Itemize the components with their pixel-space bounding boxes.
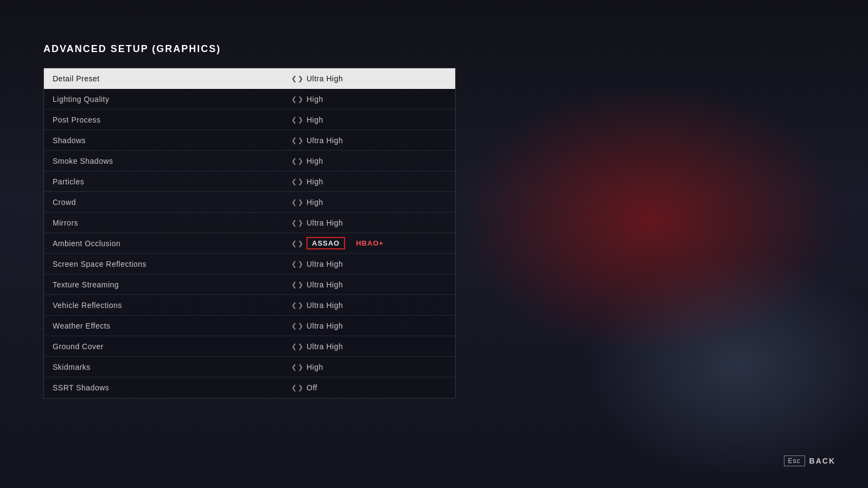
arrows-detail-preset[interactable]: ❮❯ (291, 75, 303, 82)
setting-row-texture-streaming[interactable]: Texture Streaming❮❯Ultra High (44, 274, 455, 295)
setting-row-skidmarks[interactable]: Skidmarks❮❯High (44, 357, 455, 377)
left-arrow-screen-space-reflections[interactable]: ❮ (291, 260, 297, 268)
arrows-smoke-shadows[interactable]: ❮❯ (291, 157, 303, 165)
right-arrow-crowd[interactable]: ❯ (298, 198, 303, 206)
setting-control-particles: ❮❯High (291, 177, 446, 186)
right-arrow-smoke-shadows[interactable]: ❯ (298, 157, 303, 165)
right-arrow-ground-cover[interactable]: ❯ (298, 343, 303, 350)
left-arrow-ambient-occlusion[interactable]: ❮ (291, 240, 297, 247)
arrows-skidmarks[interactable]: ❮❯ (291, 363, 303, 371)
arrows-mirrors[interactable]: ❮❯ (291, 219, 303, 227)
setting-control-ambient-occlusion: ❮❯ASSAOHBAO+ (291, 237, 446, 249)
arrows-particles[interactable]: ❮❯ (291, 178, 303, 185)
setting-row-lighting-quality[interactable]: Lighting Quality❮❯High (44, 89, 455, 110)
arrows-screen-space-reflections[interactable]: ❮❯ (291, 260, 303, 268)
setting-name-ambient-occlusion: Ambient Occlusion (53, 239, 291, 248)
left-arrow-ground-cover[interactable]: ❮ (291, 343, 297, 350)
arrows-ssrt-shadows[interactable]: ❮❯ (291, 384, 303, 391)
setting-row-ssrt-shadows[interactable]: SSRT Shadows❮❯Off (44, 377, 455, 398)
left-arrow-weather-effects[interactable]: ❮ (291, 322, 297, 330)
right-arrow-ssrt-shadows[interactable]: ❯ (298, 384, 303, 391)
setting-value-vehicle-reflections: Ultra High (307, 301, 343, 310)
setting-row-post-process[interactable]: Post Process❮❯High (44, 110, 455, 130)
left-arrow-ssrt-shadows[interactable]: ❮ (291, 384, 297, 391)
arrows-crowd[interactable]: ❮❯ (291, 198, 303, 206)
setting-control-ground-cover: ❮❯Ultra High (291, 342, 446, 351)
setting-name-ground-cover: Ground Cover (53, 342, 291, 351)
right-arrow-shadows[interactable]: ❯ (298, 137, 303, 144)
left-arrow-shadows[interactable]: ❮ (291, 137, 297, 144)
setting-name-skidmarks: Skidmarks (53, 363, 291, 371)
setting-row-vehicle-reflections[interactable]: Vehicle Reflections❮❯Ultra High (44, 295, 455, 316)
setting-value-weather-effects: Ultra High (307, 322, 343, 330)
left-arrow-particles[interactable]: ❮ (291, 178, 297, 185)
setting-value-ground-cover: Ultra High (307, 342, 343, 351)
setting-row-shadows[interactable]: Shadows❮❯Ultra High (44, 130, 455, 151)
setting-value-post-process: High (307, 115, 323, 124)
main-content: ADVANCED SETUP (GRAPHICS) Detail Preset❮… (0, 0, 868, 399)
right-arrow-particles[interactable]: ❯ (298, 178, 303, 185)
setting-control-weather-effects: ❮❯Ultra High (291, 322, 446, 330)
left-arrow-skidmarks[interactable]: ❮ (291, 363, 297, 371)
left-arrow-mirrors[interactable]: ❮ (291, 219, 297, 227)
setting-name-detail-preset: Detail Preset (53, 74, 291, 83)
right-arrow-ambient-occlusion[interactable]: ❯ (298, 240, 303, 247)
assao-badge: ASSAO (307, 237, 345, 249)
left-arrow-post-process[interactable]: ❮ (291, 116, 297, 124)
arrows-weather-effects[interactable]: ❮❯ (291, 322, 303, 330)
setting-name-weather-effects: Weather Effects (53, 322, 291, 330)
right-arrow-weather-effects[interactable]: ❯ (298, 322, 303, 330)
back-label: BACK (809, 457, 835, 465)
setting-row-crowd[interactable]: Crowd❮❯High (44, 192, 455, 213)
setting-value-mirrors: Ultra High (307, 219, 343, 227)
back-button-container[interactable]: Esc BACK (784, 455, 835, 466)
setting-value-texture-streaming: Ultra High (307, 280, 343, 289)
setting-row-detail-preset[interactable]: Detail Preset❮❯Ultra High (44, 68, 455, 89)
right-arrow-skidmarks[interactable]: ❯ (298, 363, 303, 371)
arrows-vehicle-reflections[interactable]: ❮❯ (291, 301, 303, 309)
right-arrow-post-process[interactable]: ❯ (298, 116, 303, 124)
arrows-ground-cover[interactable]: ❮❯ (291, 343, 303, 350)
left-arrow-texture-streaming[interactable]: ❮ (291, 281, 297, 288)
left-arrow-smoke-shadows[interactable]: ❮ (291, 157, 297, 165)
setting-control-post-process: ❮❯High (291, 115, 446, 124)
setting-name-post-process: Post Process (53, 115, 291, 124)
setting-value-screen-space-reflections: Ultra High (307, 260, 343, 268)
setting-control-lighting-quality: ❮❯High (291, 95, 446, 104)
setting-row-ambient-occlusion[interactable]: Ambient Occlusion❮❯ASSAOHBAO+ (44, 233, 455, 254)
right-arrow-mirrors[interactable]: ❯ (298, 219, 303, 227)
right-arrow-detail-preset[interactable]: ❯ (298, 75, 303, 82)
arrows-texture-streaming[interactable]: ❮❯ (291, 281, 303, 288)
setting-name-vehicle-reflections: Vehicle Reflections (53, 301, 291, 310)
right-arrow-lighting-quality[interactable]: ❯ (298, 95, 303, 103)
setting-row-ground-cover[interactable]: Ground Cover❮❯Ultra High (44, 336, 455, 357)
setting-value-particles: High (307, 177, 323, 186)
settings-panel: Detail Preset❮❯Ultra HighLighting Qualit… (43, 68, 456, 399)
arrows-post-process[interactable]: ❮❯ (291, 116, 303, 124)
setting-control-crowd: ❮❯High (291, 198, 446, 207)
right-arrow-screen-space-reflections[interactable]: ❯ (298, 260, 303, 268)
setting-row-mirrors[interactable]: Mirrors❮❯Ultra High (44, 213, 455, 233)
left-arrow-crowd[interactable]: ❮ (291, 198, 297, 206)
setting-row-weather-effects[interactable]: Weather Effects❮❯Ultra High (44, 316, 455, 336)
setting-control-screen-space-reflections: ❮❯Ultra High (291, 260, 446, 268)
setting-row-particles[interactable]: Particles❮❯High (44, 171, 455, 192)
setting-row-screen-space-reflections[interactable]: Screen Space Reflections❮❯Ultra High (44, 254, 455, 274)
setting-name-particles: Particles (53, 177, 291, 186)
setting-value-smoke-shadows: High (307, 157, 323, 165)
setting-name-mirrors: Mirrors (53, 219, 291, 227)
right-arrow-vehicle-reflections[interactable]: ❯ (298, 301, 303, 309)
arrows-lighting-quality[interactable]: ❮❯ (291, 95, 303, 103)
setting-row-smoke-shadows[interactable]: Smoke Shadows❮❯High (44, 151, 455, 171)
right-arrow-texture-streaming[interactable]: ❯ (298, 281, 303, 288)
hbao-badge: HBAO+ (356, 239, 384, 247)
setting-control-mirrors: ❮❯Ultra High (291, 219, 446, 227)
setting-name-smoke-shadows: Smoke Shadows (53, 157, 291, 165)
left-arrow-detail-preset[interactable]: ❮ (291, 75, 297, 82)
setting-value-detail-preset: Ultra High (307, 74, 343, 83)
left-arrow-vehicle-reflections[interactable]: ❮ (291, 301, 297, 309)
arrows-ambient-occlusion[interactable]: ❮❯ (291, 240, 303, 247)
arrows-shadows[interactable]: ❮❯ (291, 137, 303, 144)
left-arrow-lighting-quality[interactable]: ❮ (291, 95, 297, 103)
setting-name-lighting-quality: Lighting Quality (53, 95, 291, 104)
